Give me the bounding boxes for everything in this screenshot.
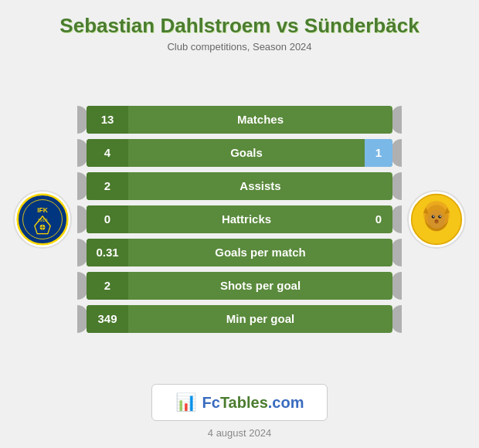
svg-text:IFK: IFK [37,206,49,214]
subtitle: Club competitions, Season 2024 [15,41,464,53]
connector-right-hattricks [391,205,402,233]
connector-right-goals [391,139,402,167]
fctables-text: FcTables.com [202,394,304,412]
mpg-left-value: 349 [87,305,128,333]
hattricks-right-value: 0 [365,205,392,233]
fctables-icon: 📊 [175,392,196,412]
left-team-logo: IFK 1910 [8,190,77,249]
connector-right-assists [391,172,402,200]
date-footer: 4 august 2024 [208,427,271,448]
stat-row-goals: 4 Goals 1 [77,139,402,167]
assists-left-value: 2 [87,172,128,200]
goals-label: Goals [128,146,365,159]
mpg-label: Min per goal [128,312,392,325]
page-title: Sebastian Dahlstroem vs Sünderbäck [15,14,464,38]
goals-right-value: 1 [365,139,392,167]
hattricks-left-value: 0 [87,205,128,233]
stat-row-min-per-goal: 349 Min per goal [77,305,402,333]
assists-label: Assists [128,179,392,192]
stat-row-shots-per-goal: 2 Shots per goal [77,272,402,300]
fctables-banner: 📊 FcTables.com [151,384,328,421]
svg-point-14 [433,216,434,217]
gpm-label: Goals per match [128,246,392,259]
gpm-left-value: 0.31 [87,239,128,266]
svg-point-15 [440,216,441,217]
stat-row-goals-per-match: 0.31 Goals per match [77,239,402,266]
matches-left-value: 13 [87,106,128,134]
connector-right-matches [391,106,402,134]
matches-label: Matches [128,113,392,126]
stat-row-assists: 2 Assists [77,172,402,200]
right-team-logo [402,190,471,249]
hattricks-label: Hattricks [128,212,365,226]
stat-row-hattricks: 0 Hattricks 0 [77,205,402,233]
spg-label: Shots per goal [128,279,392,292]
connector-right-spg [391,272,402,300]
connector-right-gpm [391,239,402,266]
stats-section: 13 Matches 4 Goals 1 2 Assists [77,106,402,333]
spg-left-value: 2 [87,272,128,300]
goals-left-value: 4 [87,139,128,167]
connector-right-mpg [391,305,402,333]
stat-row-matches: 13 Matches [77,106,402,134]
svg-point-16 [434,219,438,222]
